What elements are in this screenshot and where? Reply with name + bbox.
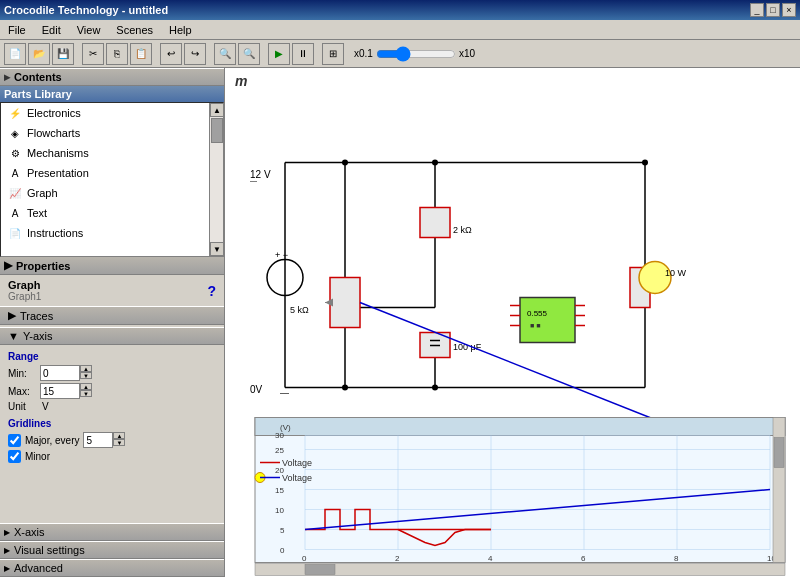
scroll-up-btn[interactable]: ▲ bbox=[210, 103, 224, 117]
part-label: Flowcharts bbox=[27, 127, 80, 139]
svg-text:―: ― bbox=[280, 388, 289, 398]
x-axis-arrow: ▶ bbox=[4, 528, 10, 537]
svg-rect-46 bbox=[255, 418, 785, 436]
part-text[interactable]: A Text bbox=[1, 203, 209, 223]
max-spinner-up[interactable]: ▲ bbox=[80, 383, 92, 390]
menu-help[interactable]: Help bbox=[165, 22, 196, 38]
parts-scrollbar[interactable]: ▲ ▼ bbox=[209, 103, 223, 256]
undo-button[interactable]: ↩ bbox=[160, 43, 182, 65]
component-button[interactable]: ⊞ bbox=[322, 43, 344, 65]
parts-library-label: Parts Library bbox=[4, 88, 72, 100]
svg-point-41 bbox=[432, 385, 438, 391]
zoom-in-button[interactable]: 🔍 bbox=[238, 43, 260, 65]
svg-text:0: 0 bbox=[302, 554, 307, 563]
svg-text:6: 6 bbox=[581, 554, 586, 563]
major-spinner-up[interactable]: ▲ bbox=[113, 432, 125, 439]
svg-text:10: 10 bbox=[275, 506, 284, 515]
part-electronics[interactable]: ⚡ Electronics bbox=[1, 103, 209, 123]
graph-icon: 📈 bbox=[7, 185, 23, 201]
advanced-label: Advanced bbox=[14, 562, 63, 574]
help-icon[interactable]: ? bbox=[207, 283, 216, 299]
svg-text:25: 25 bbox=[275, 446, 284, 455]
min-spinner-down[interactable]: ▼ bbox=[80, 372, 92, 379]
parts-library: ⚡ Electronics ◈ Flowcharts ⚙ Mechanisms … bbox=[0, 102, 224, 257]
part-graph[interactable]: 📈 Graph bbox=[1, 183, 209, 203]
part-mechanisms[interactable]: ⚙ Mechanisms bbox=[1, 143, 209, 163]
max-input[interactable] bbox=[40, 383, 80, 399]
canvas-area[interactable]: m + − 12 bbox=[225, 68, 800, 577]
visual-settings-arrow: ▶ bbox=[4, 546, 10, 555]
min-input-container: ▲ ▼ bbox=[40, 365, 92, 381]
cut-button[interactable]: ✂ bbox=[82, 43, 104, 65]
run-button[interactable]: ▶ bbox=[268, 43, 290, 65]
pause-button[interactable]: ⏸ bbox=[292, 43, 314, 65]
min-input[interactable] bbox=[40, 365, 80, 381]
properties-header[interactable]: ▶ Properties bbox=[0, 257, 224, 275]
visual-settings-accordion[interactable]: ▶ Visual settings bbox=[0, 541, 224, 559]
properties-label: Properties bbox=[16, 260, 70, 272]
major-spinner-down[interactable]: ▼ bbox=[113, 439, 125, 446]
minor-checkbox[interactable] bbox=[8, 450, 21, 463]
svg-text:0: 0 bbox=[280, 546, 285, 555]
svg-point-40 bbox=[642, 160, 648, 166]
part-instructions[interactable]: 📄 Instructions bbox=[1, 223, 209, 243]
traces-header[interactable]: ▶ Traces bbox=[0, 306, 224, 325]
traces-arrow: ▶ bbox=[8, 309, 16, 322]
svg-text:+ −: + − bbox=[275, 250, 288, 260]
svg-text:2 kΩ: 2 kΩ bbox=[453, 225, 472, 235]
major-row: Major, every ▲ ▼ bbox=[8, 432, 216, 448]
new-button[interactable]: 📄 bbox=[4, 43, 26, 65]
advanced-accordion[interactable]: ▶ Advanced bbox=[0, 559, 224, 577]
menu-view[interactable]: View bbox=[73, 22, 105, 38]
x-axis-accordion[interactable]: ▶ X-axis bbox=[0, 523, 224, 541]
y-axis-header[interactable]: ▼ Y-axis bbox=[0, 327, 224, 345]
gridlines-group: Gridlines Major, every ▲ ▼ bbox=[8, 418, 216, 463]
slider-max-label: x10 bbox=[459, 48, 475, 59]
range-group: Range Min: ▲ ▼ Max: bbox=[8, 351, 216, 412]
copy-button[interactable]: ⎘ bbox=[106, 43, 128, 65]
speed-slider[interactable] bbox=[376, 46, 456, 62]
min-label: Min: bbox=[8, 368, 36, 379]
major-input-container: ▲ ▼ bbox=[83, 432, 125, 448]
speed-slider-container: x0.1 x10 bbox=[354, 46, 475, 62]
scroll-down-btn[interactable]: ▼ bbox=[210, 242, 224, 256]
svg-text:■ ■: ■ ■ bbox=[530, 322, 540, 329]
visual-settings-label: Visual settings bbox=[14, 544, 85, 556]
menu-file[interactable]: File bbox=[4, 22, 30, 38]
svg-text:4: 4 bbox=[488, 554, 493, 563]
svg-point-37 bbox=[639, 262, 671, 294]
range-title: Range bbox=[8, 351, 216, 362]
svg-line-44 bbox=[360, 303, 675, 428]
zoom-out-button[interactable]: 🔍 bbox=[214, 43, 236, 65]
svg-rect-45 bbox=[255, 418, 785, 563]
unit-label: Unit bbox=[8, 401, 36, 412]
save-button[interactable]: 💾 bbox=[52, 43, 74, 65]
flowcharts-icon: ◈ bbox=[7, 125, 23, 141]
circuit-svg: + − 12 V ― 0V ― 2 kΩ 5 kΩ 0.555 ■ ■ bbox=[225, 68, 800, 577]
major-checkbox[interactable] bbox=[8, 434, 21, 447]
svg-rect-17 bbox=[420, 208, 450, 238]
menu-edit[interactable]: Edit bbox=[38, 22, 65, 38]
svg-point-42 bbox=[342, 160, 348, 166]
main-layout: ▶ Contents Parts Library ⚡ Electronics ◈… bbox=[0, 68, 800, 577]
advanced-arrow: ▶ bbox=[4, 564, 10, 573]
part-presentation[interactable]: A Presentation bbox=[1, 163, 209, 183]
maximize-btn[interactable]: □ bbox=[766, 3, 780, 17]
major-input[interactable] bbox=[83, 432, 113, 448]
titlebar: Crocodile Technology - untitled _ □ × bbox=[0, 0, 800, 20]
paste-button[interactable]: 📋 bbox=[130, 43, 152, 65]
app-title: Crocodile Technology - untitled bbox=[4, 4, 168, 16]
parts-library-header[interactable]: Parts Library bbox=[0, 86, 224, 102]
svg-text:15: 15 bbox=[275, 486, 284, 495]
svg-rect-19 bbox=[330, 278, 360, 328]
menu-scenes[interactable]: Scenes bbox=[112, 22, 157, 38]
part-flowcharts[interactable]: ◈ Flowcharts bbox=[1, 123, 209, 143]
max-spinner-down[interactable]: ▼ bbox=[80, 390, 92, 397]
part-label: Electronics bbox=[27, 107, 81, 119]
redo-button[interactable]: ↪ bbox=[184, 43, 206, 65]
contents-header[interactable]: ▶ Contents bbox=[0, 68, 224, 86]
open-button[interactable]: 📂 bbox=[28, 43, 50, 65]
min-spinner-up[interactable]: ▲ bbox=[80, 365, 92, 372]
minimize-btn[interactable]: _ bbox=[750, 3, 764, 17]
close-btn[interactable]: × bbox=[782, 3, 796, 17]
